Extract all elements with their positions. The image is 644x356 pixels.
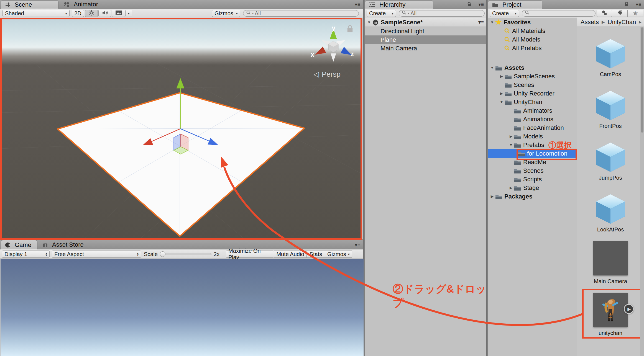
tree-row-readme[interactable]: ReadMe [488,158,577,166]
expand-triangle-icon[interactable]: ▼ [508,143,514,147]
scene-gizmos-dropdown[interactable]: Gizmos ▾ [212,10,240,17]
expand-triangle-icon[interactable]: ▼ [489,20,495,24]
orientation-gizmo[interactable]: y x z [311,24,354,62]
hierarchy-pane-menu-icon[interactable]: ▾≡ [479,2,484,7]
tab-scene[interactable]: Scene [1,0,58,9]
scene-header-row[interactable]: ▼ SampleScene* ▾≡ [365,18,486,27]
2d-toggle-button[interactable]: 2D [72,10,84,17]
tree-row-unitychan[interactable]: ▼ UnityChan [488,98,577,106]
maximize-on-play-button[interactable]: Maximize On Play [226,251,274,258]
asset-item-campos[interactable]: CamPos [577,37,644,88]
tree-row-samplescenes[interactable]: ▶ SampleScenes [488,72,577,81]
asset-item-unitychan[interactable]: ▶ unitychan [577,293,644,344]
tab-animator[interactable]: Animator [60,0,119,9]
scene-search-input[interactable]: ▾ All [243,10,359,17]
aspect-dropdown[interactable]: Free Aspect ▴▾ [52,251,141,258]
tree-row-all-models[interactable]: All Models [488,35,577,44]
asset-item-frontpos[interactable]: FrontPos [577,89,644,140]
scene-viewport[interactable]: y x z ◁ Persp [1,19,361,239]
tree-row-scenes[interactable]: Scenes [488,81,577,89]
project-search-input[interactable] [522,10,596,17]
expand-triangle-icon[interactable]: ▼ [489,66,495,70]
chevron-down-icon: ▾ [128,11,130,16]
breadcrumb: Assets ▶ UnityChan ▶ [577,17,644,27]
tree-row-scenes-2[interactable]: Scenes [488,166,577,175]
collapse-triangle-icon[interactable]: ▶ [489,194,495,198]
scale-slider-knob[interactable] [160,251,165,257]
audio-toggle-button[interactable] [98,10,111,17]
lighting-toggle-button[interactable] [85,10,98,17]
tree-row-stage[interactable]: ▶ Stage [488,184,577,192]
tree-row-all-materials[interactable]: All Materials [488,27,577,35]
tab-project[interactable]: Project [488,0,542,9]
game-viewport[interactable] [1,259,364,356]
display-dropdown[interactable]: Display 1 ▴▾ [2,251,50,258]
tree-row-faceanimation[interactable]: FaceAnimation [488,123,577,132]
tree-row-packages[interactable]: ▶ Packages [488,192,577,201]
expand-triangle-icon[interactable]: ▼ [366,20,372,24]
stats-button[interactable]: Stats [307,251,325,258]
scrollbar-thumb[interactable] [641,27,643,133]
mute-audio-button[interactable]: Mute Audio [274,251,307,258]
tree-row-all-prefabs[interactable]: All Prefabs [488,44,577,52]
breadcrumb-root[interactable]: Assets [581,19,599,26]
tree-row-animations[interactable]: Animations [488,115,577,123]
expand-triangle-icon[interactable]: ▼ [499,100,505,104]
hierarchy-create-dropdown[interactable]: Create ▾ [367,10,396,17]
folder-icon [514,168,521,174]
persp-label[interactable]: Persp [322,70,341,78]
tree-row-unity-recorder[interactable]: ▶ Unity Recorder [488,89,577,98]
asset-label: FrontPos [577,123,644,129]
hierarchy-search-input[interactable]: ▾ All [399,10,485,17]
axis-x-label: x [311,51,315,58]
collapse-triangle-icon[interactable]: ▶ [499,74,505,78]
asset-item-lookatpos[interactable]: LookAtPos [577,192,644,244]
asset-item-jumppos[interactable]: JumpPos [577,140,644,192]
project-tree: ▼ ★ Favorites All Materials All Models A… [488,17,577,356]
tree-row-models[interactable]: ▶ Models [488,132,577,141]
persp-arrow-icon[interactable]: ◁ [313,70,319,78]
shading-mode-dropdown[interactable]: Shaded ▾ [2,10,70,17]
search-by-label-button[interactable] [612,10,628,17]
scale-slider[interactable] [160,251,211,258]
effects-toggle-button[interactable] [112,10,126,17]
tab-hierarchy[interactable]: Hierarchy [365,0,433,9]
chevron-down-icon: ▾ [348,252,350,256]
search-by-type-button[interactable] [597,10,612,17]
tree-row-favorites[interactable]: ▼ ★ Favorites [488,18,577,27]
project-pane-menu-icon[interactable]: ▾≡ [636,2,642,7]
tab-project-label: Project [502,1,521,8]
game-pane-menu-icon[interactable]: ▾≡ [355,242,361,248]
plane-object[interactable] [58,93,304,236]
prefab-preview-button[interactable]: ▶ [624,304,634,314]
scene-pane-menu-icon[interactable]: ▾≡ [355,2,361,7]
collapse-triangle-icon[interactable]: ▶ [508,186,514,190]
sun-icon [88,10,94,17]
tab-game[interactable]: Game [1,240,37,249]
effects-dropdown[interactable]: ▾ [126,10,132,17]
tab-asset-store[interactable]: Asset Store [39,240,104,249]
collapse-triangle-icon[interactable]: ▶ [499,91,505,96]
tree-row-scripts[interactable]: Scripts [488,175,577,184]
hierarchy-lock-icon[interactable] [466,2,472,8]
favorites-filter-button[interactable]: ★ [628,10,643,17]
tree-row-assets[interactable]: ▼ Assets [488,63,577,72]
scene-row-menu-icon[interactable]: ▾≡ [479,19,484,25]
project-create-dropdown[interactable]: Create ▾ [490,10,519,17]
tree-row-for-locomotion[interactable]: for Locomotion [488,149,577,158]
shading-mode-label: Shaded [5,10,24,17]
hierarchy-toolbar: Create ▾ ▾ All [365,9,486,18]
hierarchy-item-directional-light[interactable]: Directional Light [365,27,486,35]
scrollbar[interactable] [640,27,644,356]
collapse-triangle-icon[interactable]: ▶ [508,134,514,138]
game-gizmos-dropdown[interactable]: Gizmos ▾ [325,251,352,258]
tree-row-animators[interactable]: Amimators [488,106,577,115]
hierarchy-item-plane[interactable]: Plane [365,35,486,44]
asset-item-main-camera[interactable]: Main Camera [577,241,644,293]
drag-drop-annotation: ②ドラッグ&ドロップ [393,282,486,310]
search-filter-caret-icon: ▾ [252,12,254,15]
project-lock-icon[interactable] [624,2,629,8]
hierarchy-item-main-camera[interactable]: Main Camera [365,44,486,53]
breadcrumb-current[interactable]: UnityChan [608,19,636,26]
tree-row-prefabs[interactable]: ▼ Prefabs [488,141,577,149]
